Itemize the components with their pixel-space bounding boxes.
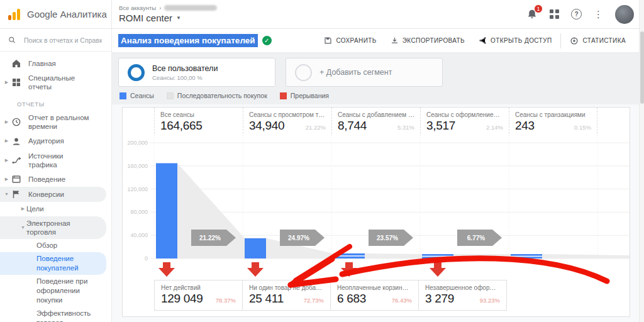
sidebar-item-ecommerce[interactable]: ▼ Электронная торговля — [0, 216, 106, 240]
sidebar: Главная ▶ Специальные отчеты ОТЧЕТЫ ▶ От… — [0, 29, 112, 322]
funnel-step-header: Сеансы с просмотром тов... 34,94021.22% — [243, 108, 331, 134]
svg-text:160,000: 160,000 — [127, 163, 148, 169]
legend-item-abandonments: Прерывания — [280, 92, 329, 99]
dropoff-card: Незавершенное оформле... 3 27993.23% — [418, 280, 507, 311]
legend-item-sessions: Сеансы — [119, 92, 154, 99]
dropoff-card: Нет действий 129 04978.37% — [154, 280, 243, 311]
sidebar-item-realtime[interactable]: ▶ Отчет в реальном времени — [0, 111, 111, 134]
svg-text:23.57%: 23.57% — [377, 235, 398, 242]
svg-text:0: 0 — [145, 255, 148, 262]
clock-icon — [11, 117, 21, 127]
chart-legend: Сеансы Последовательность покупок Прерыв… — [118, 87, 633, 104]
apps-grid-icon — [550, 9, 559, 19]
flag-icon — [11, 189, 21, 199]
expand-icon: ▶ — [3, 80, 10, 86]
report-toolbar: Анализ поведения покупателей ✓ СОХРАНИТЬ… — [112, 29, 639, 53]
sidebar-item-acquisition[interactable]: ▶ Источники трафика — [0, 149, 111, 172]
sidebar-item-checkout-behavior[interactable]: Поведение при оформлении покупки — [0, 275, 111, 307]
sidebar-item-conversions[interactable]: ▼ Конверсии — [0, 187, 106, 202]
sidebar-item-audience[interactable]: ▶ Аудитория — [0, 134, 111, 149]
save-button[interactable]: СОХРАНИТЬ — [317, 29, 383, 53]
sidebar-item-custom-reports[interactable]: ▶ Специальные отчеты — [0, 71, 111, 94]
sidebar-item-shopping-behavior[interactable]: Поведение покупателей — [0, 252, 106, 275]
chevron-right-icon: › — [159, 4, 161, 11]
reports-section-label: ОТЧЕТЫ — [0, 94, 111, 111]
svg-text:21.22%: 21.22% — [199, 235, 221, 242]
logo-area[interactable]: Google Аналитика — [0, 0, 112, 28]
collapse-icon: ▼ — [19, 225, 26, 231]
page-title: Анализ поведения покупателей — [118, 34, 258, 47]
account-name: ROMI center — [119, 13, 172, 24]
funnel-chart: 200,000160,000120,00080,00040,000021.22%… — [123, 134, 630, 280]
sidebar-item-product-performance[interactable]: Эффективность товаров — [0, 307, 111, 322]
sidebar-item-goals[interactable]: ▶ Цели — [0, 202, 111, 216]
traffic-sources-icon — [11, 155, 21, 165]
avatar[interactable] — [615, 5, 634, 24]
dropoff-card: Неоплаченные корзины п... 6 68376.43% — [330, 280, 419, 311]
breadcrumb-label: Все аккаунты — [119, 4, 156, 11]
top-bar: Google Аналитика Все аккаунты › ROMI cen… — [0, 0, 644, 29]
notifications-button[interactable]: 1 — [526, 9, 538, 20]
chevron-down-icon: ▼ — [176, 15, 181, 21]
share-icon — [479, 36, 487, 45]
scrollbar-thumb[interactable] — [640, 31, 644, 104]
segment-ring-icon — [128, 64, 145, 81]
product-name: Google Аналитика — [27, 9, 107, 19]
funnel-step-headers: Все сеансы 164,665 Сеансы с просмотром т… — [123, 108, 630, 134]
analytics-app: Google Аналитика Все аккаунты › ROMI cen… — [0, 0, 644, 322]
expand-icon: ▶ — [3, 119, 10, 125]
funnel-chart-card: Все сеансы 164,665 Сеансы с просмотром т… — [122, 107, 630, 317]
search-row — [0, 29, 111, 52]
funnel-step-header: Все сеансы 164,665 — [154, 108, 243, 134]
behavior-icon — [11, 174, 21, 184]
help-button[interactable]: ? — [571, 9, 582, 19]
svg-text:80,000: 80,000 — [130, 209, 148, 215]
funnel-step-header: Сеансы с оформлением п... 3,5172.14% — [420, 108, 509, 134]
expand-icon: ▶ — [19, 206, 26, 212]
svg-text:6.77%: 6.77% — [467, 235, 485, 242]
dropoff-row: Нет действий 129 04978.37% Ни один товар… — [154, 280, 510, 316]
svg-text:40,000: 40,000 — [130, 232, 148, 238]
account-breadcrumb: Все аккаунты › ROMI center ▼ — [112, 4, 217, 23]
apps-grid-button[interactable] — [550, 9, 559, 19]
main-content: Анализ поведения покупателей ✓ СОХРАНИТЬ… — [112, 29, 639, 322]
funnel-step-header: Сеансы с добавлением то... 8,7445.31% — [331, 108, 420, 134]
download-icon — [391, 36, 399, 45]
redacted-account-id — [164, 5, 217, 11]
scrollbar — [639, 0, 644, 322]
search-input[interactable] — [23, 36, 103, 45]
funnel-step-header: Сеансы с транзакциями 2430.15% — [509, 108, 597, 134]
divider — [560, 33, 561, 48]
account-switcher[interactable]: ROMI center ▼ — [119, 13, 217, 24]
svg-text:120,000: 120,000 — [127, 186, 148, 192]
dropoff-card: Ни один товар не добавл... 25 41172.73% — [242, 280, 331, 311]
expand-icon: ▶ — [3, 158, 10, 164]
insights-button[interactable]: СТАТИСТИКА — [563, 29, 633, 53]
svg-text:200,000: 200,000 — [127, 140, 148, 146]
legend-swatch-gray — [167, 92, 174, 99]
share-button[interactable]: ОТКРЫТЬ ДОСТУП — [472, 29, 558, 53]
notification-badge: 1 — [534, 4, 543, 13]
export-button[interactable]: ЭКСПОРТИРОВАТЬ — [384, 29, 472, 53]
sidebar-item-behavior[interactable]: ▶ Поведение — [0, 172, 111, 187]
sidebar-item-overview[interactable]: Обзор — [0, 239, 111, 252]
segment-all-users[interactable]: Все пользователи Сеансы: 100,00 % — [118, 58, 275, 87]
help-icon: ? — [571, 9, 582, 19]
legend-swatch-blue — [119, 92, 126, 99]
collapse-icon: ▼ — [3, 192, 10, 197]
google-analytics-logo-icon — [8, 8, 21, 21]
search-icon — [8, 35, 16, 45]
expand-icon: ▶ — [3, 177, 10, 182]
segment-ring-empty-icon — [295, 64, 312, 81]
legend-item-funnel: Последовательность покупок — [167, 92, 267, 99]
check-circle-icon: ✓ — [262, 36, 272, 45]
home-icon — [11, 58, 21, 69]
overflow-menu-button[interactable]: ⋮ — [594, 9, 603, 20]
custom-reports-icon — [11, 77, 21, 87]
legend-swatch-red — [280, 92, 287, 99]
expand-icon: ▶ — [3, 138, 10, 144]
insights-icon — [570, 36, 579, 45]
sidebar-item-home[interactable]: Главная — [0, 56, 111, 71]
add-segment-button[interactable]: + Добавить сегмент — [286, 58, 443, 87]
segments-band: Все пользователи Сеансы: 100,00 % + Доба… — [112, 53, 639, 104]
